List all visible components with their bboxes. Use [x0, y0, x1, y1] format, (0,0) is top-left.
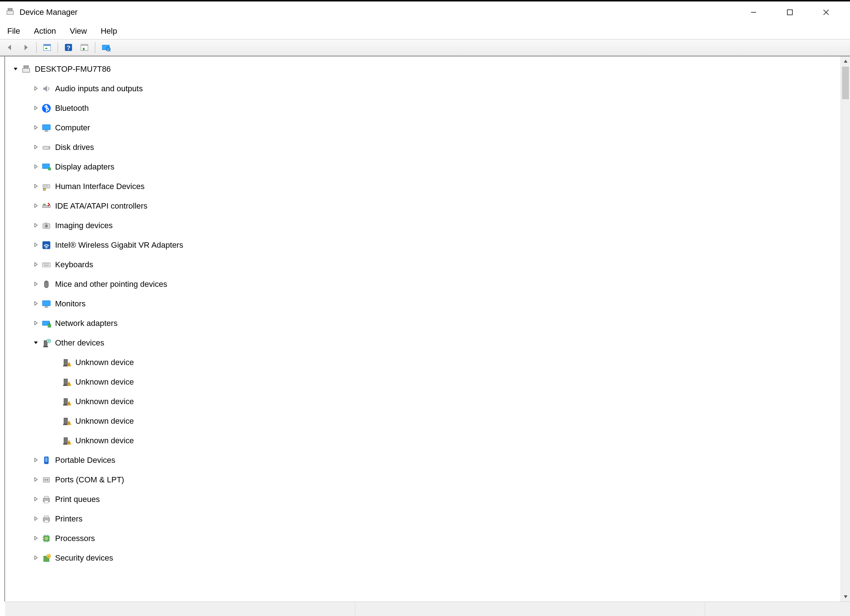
- scroll-thumb[interactable]: [842, 67, 849, 99]
- tree-root[interactable]: DESKTOP-FMU7T86: [5, 60, 841, 79]
- tree-device[interactable]: Unknown device: [5, 392, 841, 411]
- chevron-down-icon[interactable]: [12, 66, 19, 72]
- tree-item-label: DESKTOP-FMU7T86: [35, 64, 111, 74]
- tree-category[interactable]: Disk drives: [5, 138, 841, 157]
- menu-action[interactable]: Action: [31, 25, 58, 37]
- tree-item-label: Unknown device: [75, 377, 134, 387]
- chevron-right-icon[interactable]: [32, 164, 40, 170]
- tree-item-label: Other devices: [55, 338, 104, 348]
- svg-marker-92: [35, 282, 37, 286]
- tree-item-label: Ports (COM & LPT): [55, 475, 124, 484]
- processor-icon: [41, 534, 51, 544]
- tree-category[interactable]: Monitors: [5, 294, 841, 314]
- chevron-right-icon[interactable]: [32, 85, 40, 92]
- tree-category[interactable]: Mice and other pointing devices: [5, 275, 841, 294]
- chevron-right-icon[interactable]: [32, 262, 40, 268]
- svg-marker-90: [35, 243, 37, 247]
- chevron-right-icon[interactable]: [32, 555, 40, 561]
- tree-item-label: Processors: [55, 534, 95, 543]
- titlebar: Device Manager: [0, 1, 850, 23]
- audio-icon: [41, 84, 51, 94]
- menu-file[interactable]: File: [5, 25, 22, 37]
- window-controls: [743, 3, 837, 21]
- properties-button[interactable]: [40, 41, 54, 54]
- svg-marker-81: [14, 68, 17, 70]
- maximize-button[interactable]: [779, 3, 801, 21]
- tree-item-label: Print queues: [55, 495, 100, 504]
- tree-item-label: Mice and other pointing devices: [55, 280, 167, 289]
- tree-category[interactable]: Printers: [5, 509, 841, 529]
- forward-button[interactable]: [19, 41, 33, 54]
- back-button[interactable]: [3, 41, 16, 54]
- chevron-right-icon[interactable]: [32, 222, 40, 229]
- chevron-right-icon[interactable]: [32, 457, 40, 463]
- chevron-right-icon[interactable]: [32, 496, 40, 502]
- chevron-right-icon[interactable]: [32, 535, 40, 542]
- tree-category[interactable]: Imaging devices: [5, 216, 841, 235]
- tree-category[interactable]: Intel® Wireless Gigabit VR Adapters: [5, 235, 841, 255]
- close-button[interactable]: [815, 3, 837, 21]
- action-button[interactable]: [78, 41, 91, 54]
- unknown-device-icon: [61, 357, 72, 368]
- tree-device[interactable]: Unknown device: [5, 353, 841, 372]
- chevron-right-icon[interactable]: [32, 144, 40, 151]
- port-icon: [41, 475, 51, 485]
- toolbar-separator: [95, 42, 95, 53]
- tree-category[interactable]: Computer: [5, 118, 841, 138]
- svg-marker-97: [35, 478, 37, 481]
- tree-category[interactable]: Processors: [5, 529, 841, 548]
- tree-category[interactable]: Network adapters: [5, 314, 841, 333]
- tree-category[interactable]: Security devices: [5, 548, 841, 568]
- chevron-right-icon[interactable]: [32, 203, 40, 209]
- tree-category[interactable]: Print queues: [5, 490, 841, 509]
- tree-device[interactable]: Unknown device: [5, 431, 841, 450]
- svg-marker-100: [35, 536, 37, 540]
- status-segment: [5, 602, 355, 616]
- chevron-right-icon[interactable]: [32, 516, 40, 522]
- chevron-right-icon[interactable]: [32, 242, 40, 248]
- tree-item-label: Unknown device: [75, 358, 134, 367]
- monitor-icon: [41, 299, 51, 309]
- scroll-down-button[interactable]: [841, 592, 850, 601]
- chevron-right-icon[interactable]: [32, 320, 40, 327]
- chevron-right-icon[interactable]: [32, 281, 40, 287]
- tree-category[interactable]: Ports (COM & LPT): [5, 470, 841, 490]
- app-icon: [6, 7, 15, 18]
- tree-item-label: Unknown device: [75, 416, 134, 426]
- tree-item-label: Portable Devices: [55, 456, 115, 465]
- tree-category[interactable]: Human Interface Devices: [5, 177, 841, 196]
- tree-device[interactable]: Unknown device: [5, 411, 841, 431]
- printer-icon: [41, 494, 51, 504]
- tree-category[interactable]: Keyboards: [5, 255, 841, 275]
- menu-help[interactable]: Help: [99, 25, 119, 37]
- tree-category[interactable]: Other devices: [5, 333, 841, 353]
- tree-item-label: Monitors: [55, 299, 85, 308]
- computer-icon: [21, 64, 31, 74]
- chevron-right-icon[interactable]: [32, 105, 40, 112]
- device-tree[interactable]: DESKTOP-FMU7T86Audio inputs and outputsB…: [5, 57, 841, 601]
- tree-category[interactable]: Bluetooth: [5, 99, 841, 118]
- bluetooth-icon: [41, 103, 51, 114]
- unknown-device-icon: [61, 396, 72, 407]
- scan-hardware-button[interactable]: [99, 41, 113, 54]
- tree-category[interactable]: Display adapters: [5, 157, 841, 177]
- unknown-device-icon: [61, 436, 72, 446]
- chevron-down-icon[interactable]: [32, 340, 40, 346]
- tree-category[interactable]: Audio inputs and outputs: [5, 79, 841, 99]
- tree-item-label: Human Interface Devices: [55, 182, 145, 191]
- help-button[interactable]: [61, 41, 75, 54]
- tree-category[interactable]: Portable Devices: [5, 450, 841, 470]
- minimize-button[interactable]: [743, 3, 765, 21]
- chevron-right-icon[interactable]: [32, 183, 40, 190]
- menu-view[interactable]: View: [68, 25, 89, 37]
- scroll-up-button[interactable]: [841, 57, 850, 66]
- vertical-scrollbar[interactable]: [841, 57, 850, 601]
- chevron-right-icon[interactable]: [32, 124, 40, 131]
- tree-device[interactable]: Unknown device: [5, 372, 841, 392]
- chevron-right-icon[interactable]: [32, 301, 40, 307]
- tree-item-label: Disk drives: [55, 143, 94, 152]
- svg-marker-89: [35, 223, 37, 227]
- svg-marker-91: [35, 263, 37, 266]
- tree-category[interactable]: IDE ATA/ATAPI controllers: [5, 196, 841, 216]
- chevron-right-icon[interactable]: [32, 477, 40, 483]
